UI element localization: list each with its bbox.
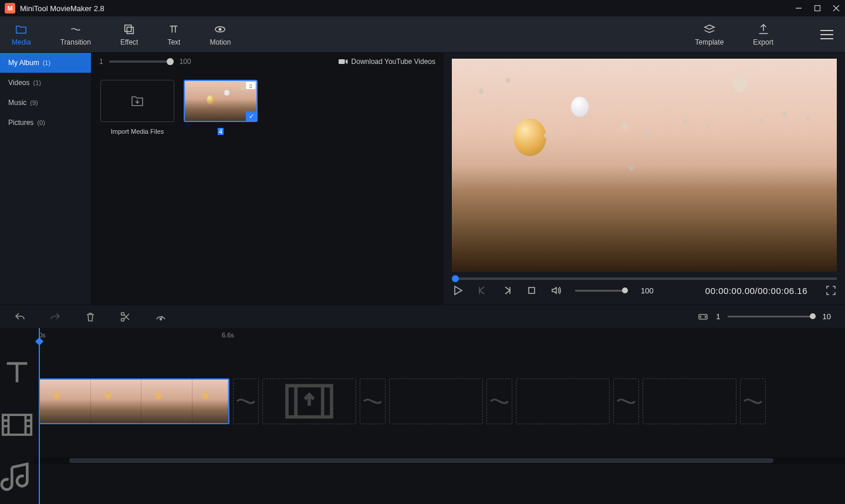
timeline-zoom-slider[interactable] <box>728 316 816 317</box>
playhead[interactable] <box>39 328 40 504</box>
video-track[interactable] <box>34 378 845 425</box>
volume-value: 100 <box>641 286 654 295</box>
prev-frame-button[interactable] <box>476 285 488 296</box>
zoom-max-label: 100 <box>180 57 191 66</box>
sidebar-item-pictures[interactable]: Pictures(0) <box>0 113 91 133</box>
export-icon <box>757 23 770 36</box>
tab-media-label: Media <box>12 38 31 46</box>
text-icon <box>167 23 180 36</box>
tab-text-label: Text <box>167 38 180 46</box>
transition-placeholder[interactable] <box>360 378 386 424</box>
tab-media[interactable]: Media <box>12 23 31 46</box>
transition-placeholder[interactable] <box>613 378 639 424</box>
video-download-icon <box>339 58 348 65</box>
app-title: MiniTool MovieMaker 2.8 <box>20 4 795 13</box>
video-track-icon[interactable] <box>0 398 34 451</box>
text-track-icon[interactable] <box>0 346 34 398</box>
folder-download-icon <box>129 94 146 108</box>
svg-rect-1 <box>815 6 820 11</box>
tab-text[interactable]: Text <box>167 23 180 46</box>
fit-timeline-button[interactable] <box>697 311 709 323</box>
import-media-label: Import Media Files <box>100 128 174 135</box>
play-button[interactable] <box>452 285 464 296</box>
template-label: Template <box>695 38 724 46</box>
media-clip-name[interactable]: 4 <box>218 128 224 135</box>
tab-effect-label: Effect <box>120 38 138 46</box>
sidebar-item-count: (9) <box>30 99 38 106</box>
tab-transition[interactable]: Transition <box>60 23 91 46</box>
sidebar-item-count: (0) <box>37 119 45 126</box>
transition-placeholder[interactable] <box>233 378 259 424</box>
sidebar-item-label: Pictures <box>8 119 33 127</box>
export-button[interactable]: Export <box>753 23 773 46</box>
close-button[interactable] <box>832 4 840 12</box>
preview-seek-bar[interactable] <box>452 278 837 280</box>
sidebar-item-label: My Album <box>8 59 39 67</box>
sidebar-item-videos[interactable]: Videos(1) <box>0 73 91 93</box>
sidebar-item-label: Videos <box>8 79 29 87</box>
split-button[interactable] <box>120 311 131 323</box>
zoom-min-label: 1 <box>99 57 103 66</box>
time-display: 00:00:00.00/00:00:06.16 <box>705 286 807 296</box>
fullscreen-button[interactable] <box>825 285 837 296</box>
maximize-button[interactable] <box>813 4 822 12</box>
timeline-video-clip[interactable] <box>39 378 229 424</box>
transition-placeholder[interactable] <box>740 378 766 424</box>
timeline: 0s 6.6s <box>0 328 845 504</box>
sidebar-item-count: (1) <box>33 79 40 86</box>
video-placeholder[interactable] <box>516 378 610 424</box>
next-frame-button[interactable] <box>501 285 513 296</box>
title-bar: M MiniTool MovieMaker 2.8 <box>0 0 845 16</box>
motion-icon <box>214 23 227 36</box>
main-toolbar: Media Transition Effect Text Motion Temp… <box>0 16 845 53</box>
export-label: Export <box>753 38 773 46</box>
delete-button[interactable] <box>84 311 96 323</box>
speed-button[interactable] <box>155 311 167 323</box>
media-sidebar: My Album(1) Videos(1) Music(9) Pictures(… <box>0 53 91 305</box>
svg-point-12 <box>160 318 162 320</box>
audio-track-icon[interactable] <box>0 451 34 504</box>
svg-rect-14 <box>3 415 31 435</box>
video-placeholder[interactable] <box>389 378 483 424</box>
sidebar-item-myalbum[interactable]: My Album(1) <box>0 53 91 73</box>
audio-track[interactable] <box>34 425 845 457</box>
thumbnail-zoom-slider[interactable] <box>109 60 174 63</box>
video-badge-icon: ▯ <box>246 82 255 89</box>
stop-button[interactable] <box>526 285 538 296</box>
video-placeholder[interactable] <box>643 378 736 424</box>
timeline-scrollbar[interactable] <box>34 457 845 464</box>
import-media-button[interactable] <box>100 80 174 122</box>
sidebar-item-music[interactable]: Music(9) <box>0 93 91 113</box>
download-youtube-link[interactable]: Download YouTube Videos <box>339 57 435 66</box>
tab-effect[interactable]: Effect <box>120 23 138 46</box>
svg-rect-8 <box>339 59 345 64</box>
redo-button[interactable] <box>49 311 61 323</box>
svg-point-7 <box>219 28 222 31</box>
media-header: 1 100 Download YouTube Videos <box>91 53 444 70</box>
checkmark-icon: ✓ <box>246 111 256 121</box>
menu-button[interactable] <box>820 30 833 39</box>
timeline-toolbar: 1 10 <box>0 305 845 328</box>
folder-icon <box>15 23 28 36</box>
tab-transition-label: Transition <box>60 38 91 46</box>
volume-icon[interactable] <box>550 285 562 296</box>
template-icon <box>703 23 716 36</box>
download-youtube-label: Download YouTube Videos <box>351 57 435 66</box>
video-placeholder[interactable] <box>262 378 356 424</box>
tab-motion-label: Motion <box>209 38 231 46</box>
transition-placeholder[interactable] <box>486 378 512 424</box>
volume-slider[interactable] <box>575 290 628 292</box>
template-button[interactable]: Template <box>695 23 724 46</box>
text-track[interactable] <box>34 346 845 378</box>
sidebar-item-count: (1) <box>43 59 50 66</box>
timeline-zoom-max: 10 <box>823 312 831 321</box>
tab-motion[interactable]: Motion <box>209 23 231 46</box>
minimize-button[interactable] <box>795 4 803 12</box>
effect-icon <box>123 23 136 36</box>
timeline-ruler[interactable]: 0s 6.6s <box>34 328 845 346</box>
ruler-mark: 6.6s <box>222 332 234 339</box>
transition-icon <box>69 23 82 36</box>
undo-button[interactable] <box>14 311 26 323</box>
media-clip-thumbnail[interactable]: ▯ ✓ <box>184 80 258 122</box>
svg-rect-4 <box>125 25 131 31</box>
